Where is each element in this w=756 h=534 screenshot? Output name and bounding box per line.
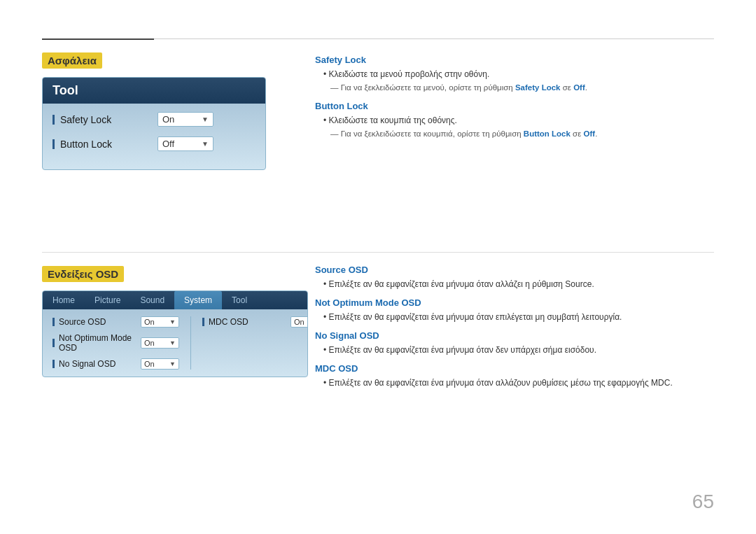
not-optimum-bullet: Επιλέξτε αν θα εμφανίζεται ένα μήνυμα ότ… <box>323 311 714 323</box>
section2-title: Ενδείξεις OSD <box>42 266 124 282</box>
mdc-osd-row: MDC OSD On ▼ <box>202 316 308 328</box>
button-lock-highlight1: Button Lock <box>524 129 570 138</box>
mdc-osd-bullet: Επιλέξτε αν θα εμφανίζεται ένα μήνυμα ότ… <box>323 377 714 389</box>
safety-lock-desc: Safety Lock Κλειδώστε τα μενού προβολής … <box>315 55 714 94</box>
osd-tabs: Home Picture Sound System Tool <box>43 291 307 309</box>
tab-picture[interactable]: Picture <box>85 291 130 309</box>
mdc-osd-value: On <box>294 318 304 326</box>
source-osd-arrow: ▼ <box>169 318 176 325</box>
not-optimum-label: Not Optimum Mode OSD <box>52 333 136 353</box>
button-lock-arrow: ▼ <box>202 140 209 148</box>
safety-lock-highlight1: Safety Lock <box>515 83 561 92</box>
section1-descriptions: Safety Lock Κλειδώστε τα μενού προβολής … <box>315 55 714 148</box>
not-optimum-row: Not Optimum Mode OSD On ▼ <box>52 333 179 353</box>
tool-panel: Tool Safety Lock On ▼ Button Lock Off ▼ <box>42 77 266 170</box>
mdc-osd-desc: MDC OSD Επιλέξτε αν θα εμφανίζεται ένα μ… <box>315 363 714 389</box>
not-optimum-desc: Not Optimum Mode OSD Επιλέξτε αν θα εμφα… <box>315 297 714 323</box>
button-lock-bullet: Κλειδώστε τα κουμπιά της οθόνης. <box>323 114 714 127</box>
osd-body: Source OSD On ▼ Not Optimum Mode OSD On … <box>43 309 307 377</box>
mdc-osd-select[interactable]: On ▼ <box>290 316 308 328</box>
button-lock-highlight2: Off <box>584 129 596 138</box>
safety-lock-row: Safety Lock On ▼ <box>52 112 255 127</box>
osd-panel: Home Picture Sound System Tool Source OS… <box>42 290 308 377</box>
tool-panel-body: Safety Lock On ▼ Button Lock Off ▼ <box>43 104 265 169</box>
source-osd-bullet: Επιλέξτε αν θα εμφανίζεται ένα μήνυμα ότ… <box>323 278 714 290</box>
source-osd-row: Source OSD On ▼ <box>52 316 179 328</box>
osd-right-col: MDC OSD On ▼ <box>202 316 308 370</box>
button-lock-heading: Button Lock <box>315 101 714 111</box>
not-optimum-value: On <box>144 339 155 347</box>
safety-lock-sub: Για να ξεκλειδώσετε τα μενού, ορίστε τη … <box>330 82 714 94</box>
source-osd-desc: Source OSD Επιλέξτε αν θα εμφανίζεται έν… <box>315 265 714 290</box>
mdc-osd-heading: MDC OSD <box>315 363 714 374</box>
no-signal-bullet: Επιλέξτε αν θα εμφανίζεται ένα μήνυμα ότ… <box>323 344 714 356</box>
osd-divider <box>190 316 191 370</box>
no-signal-arrow: ▼ <box>169 360 176 367</box>
tab-home[interactable]: Home <box>43 291 85 309</box>
tool-panel-header: Tool <box>43 78 265 104</box>
safety-lock-select[interactable]: On ▼ <box>158 112 214 127</box>
source-osd-heading: Source OSD <box>315 265 714 275</box>
no-signal-osd-heading: No Signal OSD <box>315 330 714 341</box>
safety-lock-label: Safety Lock <box>52 114 150 125</box>
not-optimum-select[interactable]: On ▼ <box>141 337 179 349</box>
button-lock-value: Off <box>162 139 174 149</box>
safety-lock-arrow: ▼ <box>202 115 209 123</box>
button-lock-select[interactable]: Off ▼ <box>158 136 214 151</box>
source-osd-label: Source OSD <box>52 317 136 327</box>
button-lock-label: Button Lock <box>52 139 150 150</box>
no-signal-select[interactable]: On ▼ <box>141 358 179 370</box>
safety-lock-heading: Safety Lock <box>315 55 714 65</box>
tab-system[interactable]: System <box>174 291 222 309</box>
mdc-osd-label: MDC OSD <box>202 317 286 327</box>
top-line-accent <box>42 38 154 40</box>
tab-sound[interactable]: Sound <box>130 291 174 309</box>
button-lock-sub: Για να ξεκλειδώσετε τα κουμπιά, ορίστε τ… <box>330 128 714 140</box>
source-osd-value: On <box>144 318 155 326</box>
button-lock-desc: Button Lock Κλειδώστε τα κουμπιά της οθό… <box>315 101 714 140</box>
button-lock-row: Button Lock Off ▼ <box>52 136 255 151</box>
osd-left-col: Source OSD On ▼ Not Optimum Mode OSD On … <box>52 316 179 370</box>
osd-content: Source OSD On ▼ Not Optimum Mode OSD On … <box>52 316 298 370</box>
source-osd-select[interactable]: On ▼ <box>141 316 179 328</box>
no-signal-row: No Signal OSD On ▼ <box>52 358 179 370</box>
not-optimum-osd-heading: Not Optimum Mode OSD <box>315 297 714 308</box>
not-optimum-arrow: ▼ <box>169 339 176 346</box>
no-signal-label: No Signal OSD <box>52 359 136 369</box>
no-signal-value: On <box>144 360 155 368</box>
source-highlight: Source <box>565 279 592 289</box>
page-number: 65 <box>692 491 714 513</box>
section1-title: Ασφάλεια <box>42 52 102 69</box>
section2-descriptions: Source OSD Επιλέξτε αν θα εμφανίζεται έν… <box>315 265 714 396</box>
no-signal-osd-desc: No Signal OSD Επιλέξτε αν θα εμφανίζεται… <box>315 330 714 356</box>
mid-divider <box>42 252 714 253</box>
safety-lock-bullet: Κλειδώστε τα μενού προβολής στην οθόνη. <box>323 68 714 80</box>
tab-tool[interactable]: Tool <box>222 291 257 309</box>
safety-lock-highlight2: Off <box>573 83 585 92</box>
safety-lock-value: On <box>162 114 174 125</box>
